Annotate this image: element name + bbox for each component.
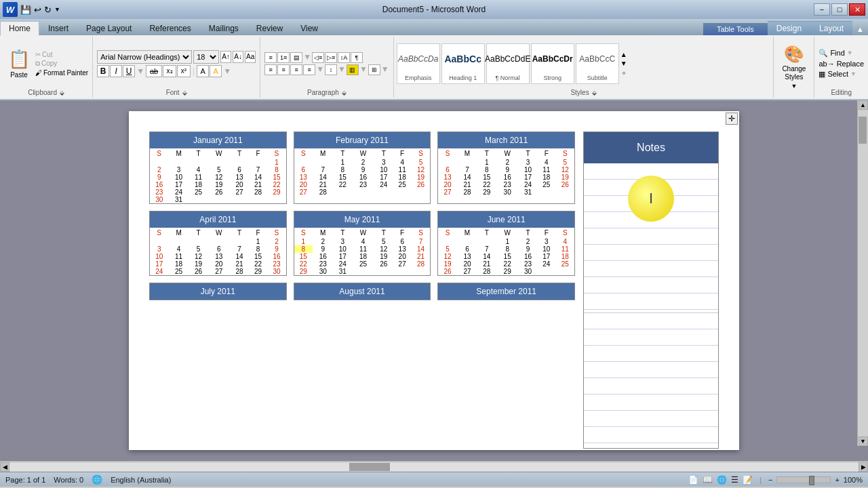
replace-icon: ab→ (818, 60, 834, 68)
line-spacing-button[interactable]: ↕ (325, 64, 337, 75)
tab-insert[interactable]: Insert (39, 21, 77, 35)
calendar-february: February 2011 SMTWTFS 12345 6789101112 1… (294, 131, 431, 204)
calendar-august: August 2011 (294, 283, 431, 300)
copy-button[interactable]: ⧉Copy (35, 60, 88, 68)
view-draft-button[interactable]: 📝 (743, 475, 753, 485)
justify-button[interactable]: ≡ (303, 64, 315, 75)
sort-button[interactable]: ↕A (338, 52, 350, 63)
numbering-button[interactable]: 1≡ (277, 52, 290, 63)
scroll-up-button[interactable]: ▲ (859, 100, 868, 110)
decrease-indent-button[interactable]: ◁≡ (312, 52, 324, 63)
ribbon-expand-icon[interactable]: ▲ (852, 23, 868, 35)
shading-button[interactable]: ▥ (347, 64, 359, 75)
paste-icon: 📋 (8, 49, 30, 70)
tab-home[interactable]: Home (0, 21, 39, 36)
style-strong[interactable]: AaBbCcDr Strong (531, 43, 574, 84)
multilevel-button[interactable]: ▤ (290, 52, 302, 63)
clear-format-button[interactable]: Aa (245, 51, 256, 63)
notes-body[interactable]: I (584, 163, 718, 312)
qa-save-icon[interactable]: 💾 (20, 5, 31, 15)
view-web-button[interactable]: 🌐 (717, 475, 727, 485)
styles-group: AaBbCcDa Emphasis AaBbCc Heading 1 AaBbC… (394, 37, 774, 98)
style-emphasis[interactable]: AaBbCcDa Emphasis (397, 43, 440, 84)
strikethrough-button[interactable]: ab (146, 65, 162, 77)
document-area: ▲ ▼ ✛ January 2011 SMTWTFS 1 (0, 100, 868, 461)
scroll-down-button[interactable]: ▼ (859, 436, 868, 446)
horizontal-scrollbar[interactable]: ◀ ▶ (0, 461, 868, 472)
qa-more-icon[interactable]: ▼ (54, 6, 60, 13)
cut-button[interactable]: ✂Cut (35, 51, 88, 58)
close-button[interactable]: ✕ (849, 3, 865, 16)
font-size-decrease-button[interactable]: A↓ (233, 51, 243, 63)
font-name-select[interactable]: Arial Narrow (Headings) (97, 50, 192, 64)
subscript-button[interactable]: x₂ (163, 65, 176, 77)
tab-design[interactable]: Design (768, 21, 810, 35)
increase-indent-button[interactable]: ▷≡ (325, 52, 337, 63)
bullets-button[interactable]: ≡ (264, 52, 277, 63)
h-scroll-thumb[interactable] (349, 463, 390, 471)
calendar-june: June 2011 SMTWTFS 1234 567891011 1213141… (437, 211, 575, 276)
tab-pagelayout[interactable]: Page Layout (77, 21, 140, 35)
replace-button[interactable]: ab→ Replace (818, 60, 864, 68)
maximize-button[interactable]: □ (831, 3, 848, 16)
tab-review[interactable]: Review (248, 21, 292, 35)
paste-button[interactable]: 📋 Paste (4, 44, 34, 83)
underline-button[interactable]: U (123, 65, 135, 77)
select-button[interactable]: ▦ Select ▼ (818, 70, 864, 79)
table-add-icon[interactable]: ✛ (726, 113, 738, 125)
view-print-button[interactable]: 📄 (688, 475, 698, 485)
font-expand-icon[interactable]: ⬙ (182, 89, 187, 96)
qa-redo-icon[interactable]: ↻ (44, 5, 52, 15)
tab-layout[interactable]: Layout (810, 21, 852, 35)
notes-extra[interactable] (584, 312, 718, 448)
qa-undo-icon[interactable]: ↩ (34, 5, 41, 15)
font-size-increase-button[interactable]: A↑ (220, 51, 231, 63)
clipboard-expand-icon[interactable]: ⬙ (60, 89, 64, 96)
tab-references[interactable]: References (140, 21, 199, 35)
scroll-left-button[interactable]: ◀ (0, 462, 9, 472)
borders-button[interactable]: ⊞ (368, 64, 380, 75)
text-effect-button[interactable]: A (197, 65, 209, 77)
styles-scroll-down[interactable]: ▼ (620, 60, 627, 67)
show-hide-button[interactable]: ¶ (351, 52, 363, 63)
paragraph-expand-icon[interactable]: ⬙ (342, 89, 347, 96)
clipboard-group: 📋 Paste ✂Cut ⧉Copy 🖌Format Painter Clipb… (0, 37, 93, 98)
vertical-scrollbar[interactable]: ▲ ▼ (857, 100, 868, 446)
zoom-out-button[interactable]: − (768, 476, 772, 484)
title-bar: W 💾 ↩ ↻ ▼ Document5 - Microsoft Word − □… (0, 0, 868, 19)
styles-expand-icon[interactable]: ⬙ (592, 89, 597, 96)
italic-button[interactable]: I (110, 65, 122, 77)
align-center-button[interactable]: ≡ (277, 64, 290, 75)
style-heading1[interactable]: AaBbCc Heading 1 (441, 43, 485, 84)
bold-button[interactable]: B (97, 65, 109, 77)
style-normal[interactable]: AaBbCcDdE ¶ Normal (486, 43, 530, 84)
align-right-button[interactable]: ≡ (290, 64, 302, 75)
minimize-button[interactable]: − (814, 3, 830, 16)
zoom-slider[interactable] (776, 476, 831, 483)
calendar-march: March 2011 SMTWTFS 12345 6789101112 1314… (437, 131, 575, 204)
ribbon: 📋 Paste ✂Cut ⧉Copy 🖌Format Painter Clipb… (0, 35, 868, 100)
font-size-select[interactable]: 18 (193, 50, 219, 64)
styles-scroll-up[interactable]: ▲ (620, 51, 627, 58)
text-highlight-button[interactable]: A (210, 65, 222, 77)
view-full-reading[interactable]: 📖 (703, 475, 713, 485)
language-label: English (Australia) (111, 476, 171, 484)
view-outline-button[interactable]: ☰ (731, 475, 738, 485)
words-count: Words: 0 (54, 476, 83, 484)
format-painter-button[interactable]: 🖌Format Painter (35, 69, 88, 77)
styles-label: Styles (570, 89, 589, 96)
calendar-may: May 2011 SMTWTFS 1234567 891011121314 15… (294, 211, 431, 276)
find-button[interactable]: 🔍 Find ▼ (818, 49, 864, 58)
scroll-right-button[interactable]: ▶ (859, 462, 868, 472)
superscript-button[interactable]: x² (177, 65, 191, 77)
notes-header: Notes (584, 132, 718, 163)
scroll-thumb[interactable] (859, 117, 867, 144)
style-subtitle[interactable]: AaBbCcC Subtitle (576, 43, 619, 84)
font-label: Font (166, 89, 180, 96)
styles-more[interactable]: ⬦ (620, 68, 627, 76)
zoom-in-button[interactable]: + (835, 476, 839, 484)
tab-mailings[interactable]: Mailings (200, 21, 248, 35)
change-styles-button[interactable]: 🎨 ChangeStyles ▼ (782, 45, 806, 89)
align-left-button[interactable]: ≡ (264, 64, 277, 75)
tab-view[interactable]: View (292, 21, 327, 35)
